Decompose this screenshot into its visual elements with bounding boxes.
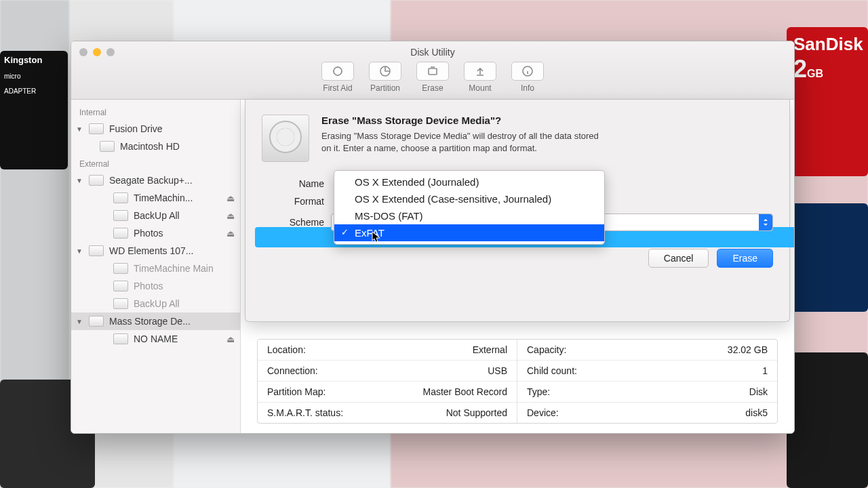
- pie-icon: [379, 65, 391, 77]
- volume-icon: [113, 228, 128, 239]
- eject-icon[interactable]: ⏏: [226, 228, 235, 239]
- drive-icon: [89, 175, 104, 186]
- stethoscope-icon: [332, 65, 344, 77]
- bg-card-kingston: KingstonmicroADAPTER: [0, 51, 68, 169]
- drive-icon: [89, 123, 104, 134]
- svg-rect-2: [429, 68, 437, 75]
- sidebar-item-no-name[interactable]: NO NAME ⏏: [71, 330, 240, 348]
- sheet-body: Erasing "Mass Storage Device Media" will…: [321, 130, 606, 154]
- sidebar-item-backupall[interactable]: BackUp All ⏏: [71, 207, 240, 224]
- chevron-down-icon: ▼: [75, 177, 83, 184]
- sidebar-item-wd-elements[interactable]: ▼ WD Elements 107...: [71, 242, 240, 260]
- detail-row: Connection:USB: [258, 361, 517, 382]
- sidebar-item-photos[interactable]: Photos ⏏: [71, 224, 240, 242]
- close-icon[interactable]: [79, 48, 87, 56]
- volume-icon: [113, 263, 128, 274]
- sidebar-item-fusion-drive[interactable]: ▼ Fusion Drive: [71, 120, 240, 138]
- cursor-icon: [372, 231, 381, 243]
- main-panel: Erase "Mass Storage Device Media"? Erasi…: [241, 100, 794, 433]
- toolbar: First Aid Partition Erase Mount Info: [71, 62, 794, 93]
- disk-details: Location:External Connection:USB Partiti…: [257, 339, 778, 424]
- sidebar-header-internal: Internal: [71, 104, 240, 120]
- sidebar-item-mass-storage[interactable]: ▼ Mass Storage De...: [71, 312, 240, 330]
- format-label: Format: [262, 196, 324, 207]
- name-label: Name: [262, 178, 324, 189]
- info-icon: [521, 65, 534, 77]
- sidebar: Internal ▼ Fusion Drive Macintosh HD Ext…: [71, 100, 241, 433]
- detail-row: Location:External: [258, 340, 517, 361]
- format-option-osx-journaled[interactable]: OS X Extended (Journaled): [334, 174, 604, 190]
- sidebar-header-external: External: [71, 155, 240, 171]
- detail-row: Partition Map:Master Boot Record: [258, 382, 517, 403]
- chevron-down-icon: ▼: [75, 125, 83, 133]
- sheet-heading: Erase "Mass Storage Device Media"?: [321, 115, 606, 126]
- volume-icon: [113, 281, 128, 291]
- chevron-down-icon: ▼: [75, 247, 83, 255]
- sidebar-item-timemachine[interactable]: TimeMachin... ⏏: [71, 189, 240, 207]
- stepper-icon: [759, 214, 772, 230]
- volume-icon: [113, 210, 128, 221]
- drive-icon: [89, 316, 104, 327]
- sidebar-item-macintosh-hd[interactable]: Macintosh HD: [71, 138, 240, 155]
- mount-icon: [474, 65, 486, 77]
- sidebar-item-photos2[interactable]: Photos: [71, 277, 240, 295]
- detail-row: S.M.A.R.T. status:Not Supported: [258, 403, 517, 423]
- zoom-icon[interactable]: [106, 48, 115, 56]
- minimize-icon[interactable]: [93, 48, 101, 56]
- volume-icon: [113, 333, 128, 344]
- volume-icon: [113, 192, 128, 203]
- bg-card-micro: [787, 203, 868, 312]
- toolbar-erase[interactable]: Erase: [413, 62, 452, 93]
- cancel-button[interactable]: Cancel: [648, 249, 709, 268]
- bg-card-extreme: [787, 352, 868, 488]
- erase-icon: [427, 65, 439, 77]
- detail-row: Type:Disk: [517, 382, 777, 403]
- svg-point-0: [334, 67, 342, 75]
- sidebar-item-seagate[interactable]: ▼ Seagate Backup+...: [71, 171, 240, 189]
- volume-icon: [100, 141, 115, 152]
- titlebar: Disk Utility First Aid Partition Erase M…: [71, 41, 794, 100]
- toolbar-info[interactable]: Info: [508, 62, 547, 93]
- detail-row: Device:disk5: [517, 403, 777, 423]
- toolbar-mount[interactable]: Mount: [460, 62, 500, 93]
- eject-icon[interactable]: ⏏: [226, 211, 235, 221]
- sidebar-item-backupall2[interactable]: BackUp All: [71, 295, 240, 312]
- detail-row: Capacity:32.02 GB: [517, 340, 777, 361]
- drive-icon: [89, 245, 104, 256]
- volume-icon: [113, 298, 128, 309]
- erase-sheet: Erase "Mass Storage Device Media"? Erasi…: [245, 100, 790, 322]
- toolbar-partition[interactable]: Partition: [366, 62, 405, 93]
- disk-utility-window: Disk Utility First Aid Partition Erase M…: [71, 41, 795, 434]
- scheme-label: Scheme: [262, 217, 324, 228]
- erase-button[interactable]: Erase: [717, 249, 773, 268]
- toolbar-first-aid[interactable]: First Aid: [318, 62, 357, 93]
- sidebar-item-tm-main[interactable]: TimeMachine Main: [71, 260, 240, 277]
- bg-card-sandisk: SanDisk2GB: [787, 27, 868, 176]
- format-option-msdos[interactable]: MS-DOS (FAT): [334, 207, 604, 224]
- eject-icon[interactable]: ⏏: [226, 193, 235, 203]
- eject-icon[interactable]: ⏏: [226, 334, 235, 344]
- chevron-down-icon: ▼: [75, 318, 83, 325]
- harddrive-icon: [262, 115, 309, 162]
- detail-row: Child count:1: [517, 361, 777, 382]
- format-option-osx-case[interactable]: OS X Extended (Case-sensitive, Journaled…: [334, 190, 604, 207]
- window-title: Disk Utility: [71, 41, 794, 58]
